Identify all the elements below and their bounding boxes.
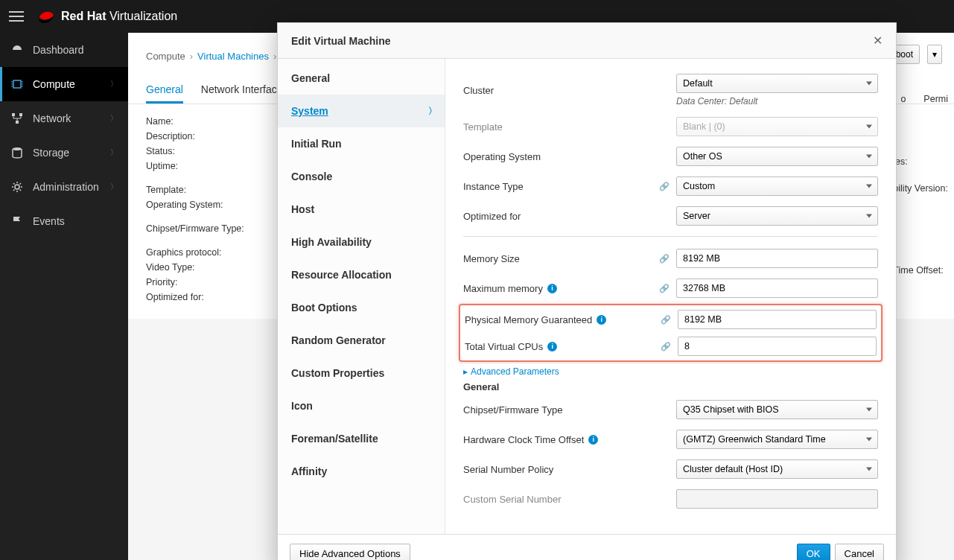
info-icon[interactable]: i [588, 435, 598, 445]
flag-icon [10, 214, 24, 228]
instance-type-label: Instance Type [463, 181, 657, 192]
datacenter-note: Data Center: Default [676, 96, 878, 106]
memory-size-label: Memory Size [463, 253, 657, 264]
sidebar-item-label: Events [33, 215, 65, 227]
modal-tab-general[interactable]: General [278, 62, 445, 95]
vcpu-input[interactable] [678, 337, 877, 356]
svg-rect-1 [13, 80, 21, 88]
modal-tab-console[interactable]: Console [278, 160, 445, 193]
max-memory-label: Maximum memory i [463, 283, 657, 294]
sidebar-item-label: Dashboard [33, 44, 84, 56]
modal-title: Edit Virtual Machine [291, 35, 391, 47]
optimized-for-select[interactable]: Server [676, 206, 878, 226]
custom-serial-input [676, 489, 878, 509]
chevron-right-icon: › [273, 51, 276, 62]
sidebar-item-dashboard[interactable]: Dashboard [0, 33, 128, 67]
modal-tab-boot-options[interactable]: Boot Options [278, 291, 445, 324]
cluster-select[interactable]: Default [676, 74, 878, 93]
physical-memory-input[interactable] [678, 310, 877, 329]
modal-tab-random-generator[interactable]: Random Generator [278, 324, 445, 357]
modal-tab-system[interactable]: System〉 [278, 95, 445, 127]
sidebar-item-administration[interactable]: Administration 〉 [0, 170, 128, 204]
network-icon [10, 112, 24, 125]
chevron-right-icon: 〉 [110, 113, 118, 124]
modal-tab-host[interactable]: Host [278, 193, 445, 226]
info-icon[interactable]: i [547, 284, 557, 293]
advanced-parameters-toggle[interactable]: ▸Advanced Parameters [463, 366, 878, 377]
custom-serial-label: Custom Serial Number [463, 494, 657, 505]
modal-tab-custom-properties[interactable]: Custom Properties [278, 357, 445, 389]
modal-tab-high-availability[interactable]: High Availability [278, 226, 445, 258]
info-icon[interactable]: i [547, 342, 557, 351]
os-select[interactable]: Other OS [676, 147, 878, 166]
edit-vm-modal: Edit Virtual Machine ✕ General System〉 I… [277, 22, 897, 560]
sidebar-item-label: Storage [33, 147, 69, 159]
svg-point-11 [13, 147, 22, 150]
svg-rect-10 [16, 121, 19, 124]
cluster-label: Cluster [463, 85, 657, 96]
redhat-logo-icon [37, 10, 55, 23]
memory-size-input[interactable] [676, 249, 878, 268]
sidebar-item-label: Compute [33, 78, 75, 90]
main-sidebar: Dashboard Compute 〉 Network 〉 Storage 〉 … [0, 33, 128, 560]
chevron-right-icon: › [190, 51, 193, 62]
chevron-right-icon: 〉 [110, 182, 118, 192]
gear-icon [10, 180, 24, 194]
reboot-dropdown-button[interactable]: ▾ [927, 45, 942, 64]
optimized-for-label: Optimized for [463, 211, 657, 222]
modal-header: Edit Virtual Machine ✕ [278, 23, 896, 59]
breadcrumb-link-vms[interactable]: Virtual Machines [197, 51, 269, 62]
hwclock-label: Hardware Clock Time Offset i [463, 434, 657, 445]
modal-sidebar: General System〉 Initial Run Console Host… [278, 59, 445, 534]
close-icon[interactable]: ✕ [873, 34, 883, 48]
link-icon: 🔗 [658, 315, 673, 325]
serial-policy-label: Serial Number Policy [463, 464, 657, 475]
svg-rect-8 [12, 113, 15, 116]
brand-name: Red Hat Virtualization [61, 10, 177, 23]
modal-footer: Hide Advanced Options OK Cancel [278, 534, 896, 560]
sidebar-item-label: Administration [33, 181, 99, 193]
modal-tab-initial-run[interactable]: Initial Run [278, 127, 445, 160]
ok-button[interactable]: OK [797, 544, 830, 560]
cancel-button[interactable]: Cancel [835, 544, 884, 560]
modal-tab-foreman-satellite[interactable]: Foreman/Satellite [278, 422, 445, 455]
highlighted-fields: Physical Memory Guaranteed i 🔗 Total Vir… [459, 304, 883, 362]
tab-general[interactable]: General [146, 77, 183, 104]
svg-rect-9 [19, 113, 22, 116]
sidebar-item-storage[interactable]: Storage 〉 [0, 136, 128, 170]
serial-policy-select[interactable]: Cluster default (Host ID) [676, 459, 878, 479]
link-icon: 🔗 [658, 342, 673, 351]
chipset-select[interactable]: Q35 Chipset with BIOS [676, 400, 878, 419]
chevron-right-icon: 〉 [110, 79, 118, 89]
modal-tab-affinity[interactable]: Affinity [278, 455, 445, 488]
sidebar-item-compute[interactable]: Compute 〉 [0, 67, 128, 101]
tab-network-interfaces[interactable]: Network Interfaces [201, 77, 288, 104]
template-label: Template [463, 121, 657, 133]
link-icon: 🔗 [657, 182, 672, 191]
hwclock-select[interactable]: (GMTZ) Greenwich Standard Time [676, 430, 878, 449]
chevron-right-icon: 〉 [110, 147, 118, 158]
overflow-text-fragments: oPermi ies: bility Version: Time Offset: [893, 156, 948, 283]
vcpu-label: Total Virtual CPUs i [465, 341, 658, 352]
hide-advanced-options-button[interactable]: Hide Advanced Options [290, 544, 410, 560]
sidebar-item-events[interactable]: Events [0, 204, 128, 238]
link-icon: 🔗 [657, 254, 672, 264]
physical-memory-label: Physical Memory Guaranteed i [465, 314, 658, 325]
template-select: Blank | (0) [676, 117, 878, 136]
breadcrumb-root: Compute [146, 51, 185, 62]
max-memory-input[interactable] [676, 279, 878, 298]
instance-type-select[interactable]: Custom [676, 176, 878, 196]
link-icon: 🔗 [657, 284, 672, 293]
modal-tab-resource-allocation[interactable]: Resource Allocation [278, 258, 445, 291]
compute-icon [10, 77, 24, 91]
modal-tab-icon[interactable]: Icon [278, 389, 445, 422]
info-icon[interactable]: i [597, 315, 606, 325]
section-head-general: General [463, 381, 878, 392]
chevron-right-icon: 〉 [428, 105, 437, 118]
sidebar-item-label: Network [33, 112, 71, 124]
sidebar-item-network[interactable]: Network 〉 [0, 101, 128, 136]
svg-rect-0 [16, 46, 18, 50]
hamburger-menu-icon[interactable] [9, 11, 24, 22]
modal-form: Cluster Default Data Center: Default Tem… [445, 59, 896, 534]
storage-icon [10, 146, 24, 159]
